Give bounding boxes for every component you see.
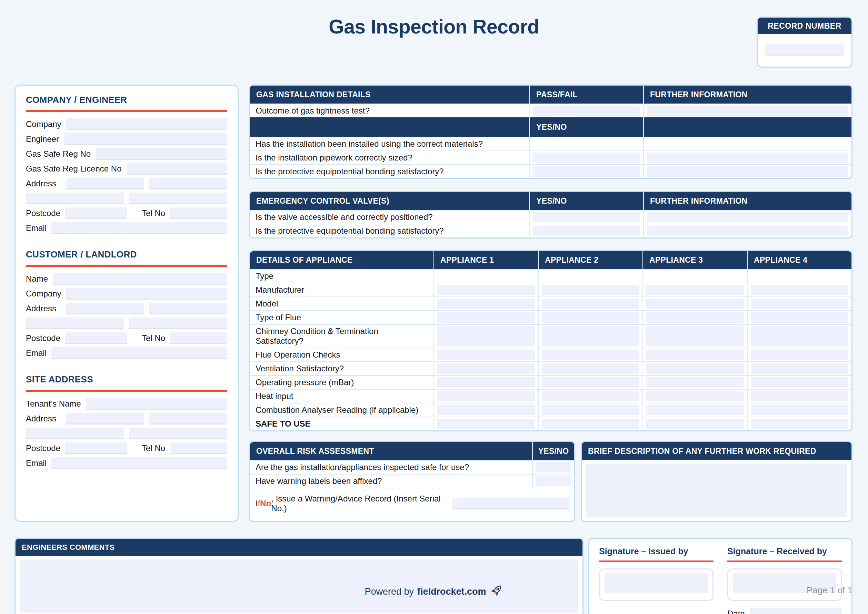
- yes-no-input[interactable]: [533, 152, 640, 163]
- address-line3-input[interactable]: [26, 317, 124, 329]
- address-line3-input[interactable]: [26, 427, 124, 439]
- appliance-input[interactable]: [542, 271, 639, 281]
- table-row: Operating pressure (mBar): [250, 375, 851, 389]
- appliance-input[interactable]: [437, 419, 535, 429]
- appliance-input[interactable]: [542, 364, 639, 374]
- appliance-3-header: APPLIANCE 3: [642, 251, 747, 269]
- company-input[interactable]: [66, 118, 227, 130]
- yes-no-input[interactable]: [533, 139, 640, 149]
- appliance-input[interactable]: [646, 405, 744, 415]
- appliance-input[interactable]: [646, 391, 744, 401]
- address-line1-input[interactable]: [66, 178, 144, 190]
- appliance-input[interactable]: [542, 326, 639, 346]
- further-info-input[interactable]: [647, 212, 848, 222]
- appliance-input[interactable]: [751, 364, 848, 374]
- tel-no-input[interactable]: [170, 443, 227, 454]
- address-line1-input[interactable]: [66, 303, 144, 314]
- appliance-input[interactable]: [751, 419, 848, 429]
- appliance-input[interactable]: [542, 419, 639, 429]
- appliance-input[interactable]: [437, 364, 535, 374]
- appliance-input[interactable]: [646, 298, 744, 309]
- yes-no-input[interactable]: [536, 462, 571, 473]
- appliance-input[interactable]: [751, 312, 848, 323]
- further-info-input[interactable]: [647, 166, 848, 177]
- pass-fail-input[interactable]: [533, 106, 640, 116]
- yes-no-input[interactable]: [536, 476, 571, 486]
- appliance-input[interactable]: [437, 312, 535, 323]
- appliance-input[interactable]: [751, 271, 848, 281]
- appliance-input[interactable]: [751, 377, 848, 388]
- postcode-input[interactable]: [65, 333, 127, 344]
- appliance-input[interactable]: [542, 391, 639, 401]
- appliance-input[interactable]: [437, 350, 535, 360]
- postcode-input[interactable]: [65, 207, 127, 219]
- appliance-input[interactable]: [542, 285, 639, 295]
- appliance-cell: [642, 403, 747, 417]
- appliance-input[interactable]: [751, 326, 848, 346]
- further-info-input[interactable]: [647, 139, 848, 149]
- yes-no-input[interactable]: [533, 212, 640, 222]
- name-input[interactable]: [53, 273, 227, 285]
- appliance-input[interactable]: [751, 285, 848, 295]
- postcode-input[interactable]: [65, 443, 127, 454]
- appliance-input[interactable]: [542, 298, 639, 309]
- email-label: Email: [26, 459, 46, 468]
- appliance-input[interactable]: [542, 405, 639, 415]
- gas-safe-reg-no-input[interactable]: [96, 148, 227, 160]
- tel-no-input[interactable]: [170, 207, 227, 219]
- appliance-cell: [747, 283, 851, 297]
- table-subheader-row: YES/NO: [250, 117, 851, 137]
- address-line4-input[interactable]: [129, 317, 227, 329]
- appliance-input[interactable]: [437, 285, 535, 295]
- appliance-input[interactable]: [542, 312, 639, 323]
- tenants-name-input[interactable]: [86, 398, 227, 410]
- address-line2-input[interactable]: [149, 178, 227, 190]
- appliance-input[interactable]: [437, 271, 535, 281]
- yes-no-input[interactable]: [533, 166, 640, 177]
- appliance-input[interactable]: [646, 326, 744, 346]
- further-info-input[interactable]: [647, 152, 848, 163]
- appliance-input[interactable]: [437, 405, 535, 415]
- further-work-textarea[interactable]: [586, 463, 847, 517]
- appliance-input[interactable]: [646, 419, 744, 429]
- further-info-input[interactable]: [647, 226, 848, 236]
- address-line4-input[interactable]: [129, 427, 227, 439]
- appliance-input[interactable]: [751, 405, 848, 415]
- appliance-input[interactable]: [751, 350, 848, 360]
- appliance-input[interactable]: [646, 312, 744, 323]
- address-line4-input[interactable]: [129, 193, 227, 204]
- engineer-input[interactable]: [64, 133, 227, 145]
- appliance-input[interactable]: [437, 326, 535, 346]
- appliance-input[interactable]: [646, 271, 744, 281]
- appliance-input[interactable]: [437, 391, 535, 401]
- appliance-cell: [642, 362, 747, 375]
- appliance-input[interactable]: [751, 298, 848, 309]
- record-number-header: RECORD NUMBER: [758, 18, 851, 34]
- warning-serial-no-input[interactable]: [453, 498, 569, 510]
- address-line1-input[interactable]: [66, 413, 144, 424]
- email-input[interactable]: [51, 222, 227, 234]
- appliance-input[interactable]: [751, 391, 848, 401]
- appliance-input[interactable]: [542, 377, 639, 388]
- email-input[interactable]: [51, 347, 227, 359]
- address-line2-input[interactable]: [149, 303, 227, 314]
- address-line3-input[interactable]: [26, 193, 124, 204]
- appliance-input[interactable]: [437, 377, 535, 388]
- appliance-input[interactable]: [437, 298, 535, 309]
- appliance-input[interactable]: [646, 350, 744, 360]
- company-input[interactable]: [66, 288, 227, 300]
- record-number-input[interactable]: [765, 44, 844, 56]
- email-input[interactable]: [51, 457, 227, 469]
- yes-no-header: YES/NO: [529, 192, 643, 210]
- further-info-input[interactable]: [647, 106, 848, 116]
- yes-no-input[interactable]: [533, 226, 640, 236]
- field-row: Postcode Tel No: [26, 333, 227, 344]
- address-line2-input[interactable]: [149, 413, 227, 424]
- tel-no-input[interactable]: [170, 333, 227, 344]
- appliance-input[interactable]: [646, 364, 744, 374]
- appliance-input[interactable]: [646, 377, 744, 388]
- appliance-input[interactable]: [542, 350, 639, 360]
- gas-safe-licence-no-input[interactable]: [127, 163, 228, 175]
- appliance-cell: [434, 325, 538, 348]
- appliance-input[interactable]: [646, 285, 744, 295]
